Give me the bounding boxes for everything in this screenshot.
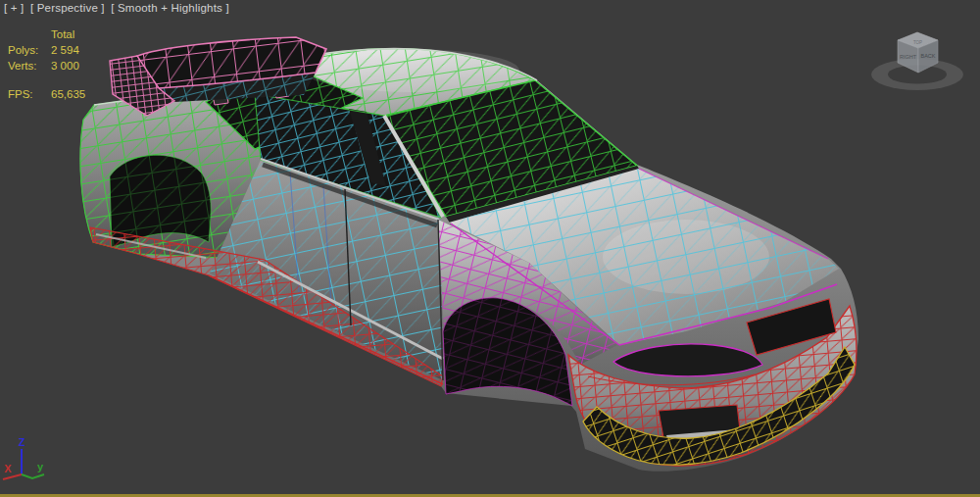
viewport-label: [ + ] [ Perspective ] [ Smooth + Highlig…	[4, 2, 232, 14]
polys-label: Polys:	[8, 42, 51, 58]
rear-wheel-arch	[110, 155, 211, 247]
y-axis-label: y	[37, 461, 44, 472]
polys-value: 2 594	[51, 42, 79, 58]
stats-fps-row: FPS: 65,635	[8, 86, 85, 102]
statistics-overlay: Total Polys: 2 594 Verts: 3 000 FPS: 65,…	[8, 26, 85, 102]
viewport-canvas[interactable]: TOP RIGHT BACK Z X y	[0, 0, 980, 497]
stats-header: Total	[51, 26, 74, 42]
viewport-general-menu[interactable]: [ + ]	[4, 2, 24, 14]
viewport-shading-menu[interactable]: [ Smooth + Highlights ]	[111, 2, 229, 14]
verts-value: 3 000	[51, 58, 79, 74]
fps-value: 65,635	[51, 86, 85, 102]
viewcube-label-back: BACK	[921, 53, 936, 59]
x-axis-label: X	[4, 463, 12, 474]
z-axis-label: Z	[19, 436, 25, 448]
viewport[interactable]: TOP RIGHT BACK Z X y [ + ] [ Perspective…	[0, 0, 980, 497]
viewcube-label-top: TOP	[913, 40, 922, 45]
viewport-pov-menu[interactable]: [ Perspective ]	[30, 2, 105, 14]
stats-polys-row: Polys: 2 594	[8, 42, 85, 58]
stats-verts-row: Verts: 3 000	[8, 58, 85, 74]
stats-header-row: Total	[8, 26, 85, 42]
viewcube-label-right: RIGHT	[900, 54, 917, 60]
verts-label: Verts:	[8, 58, 51, 74]
fps-label: FPS:	[8, 86, 51, 102]
